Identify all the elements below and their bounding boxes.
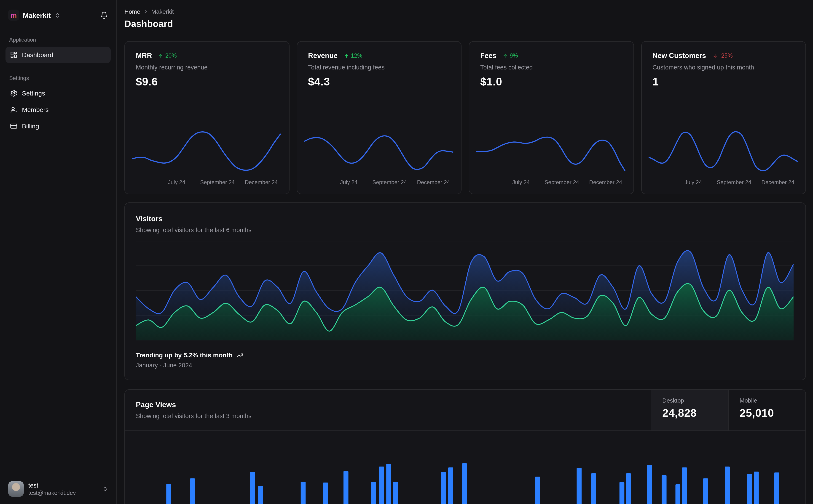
trend-badge: 12% (344, 53, 362, 59)
stat-card-new-customers: New Customers -25% Customers who signed … (641, 41, 806, 194)
page-views-header: Page Views Showing total visitors for th… (125, 390, 805, 431)
visitors-subtitle: Showing total visitors for the last 6 mo… (136, 227, 794, 233)
nav-section-application: Application (9, 37, 107, 43)
sparkline-x-axis: July 24 September 24 December 24 (131, 179, 283, 186)
user-email: test@makerkit.dev (28, 490, 76, 496)
arrow-up-icon (344, 53, 349, 58)
stat-value: $1.0 (480, 75, 622, 88)
stat-description: Monthly recurring revenue (136, 64, 278, 71)
sidebar-item-label: Members (22, 106, 49, 113)
stat-description: Total revenue including fees (308, 64, 450, 71)
makerkit-logo: m (8, 10, 19, 21)
sidebar-item-label: Settings (22, 90, 45, 97)
sidebar-item-members[interactable]: Members (5, 101, 111, 118)
stat-description: Total fees collected (480, 64, 622, 71)
chevron-right-icon (143, 9, 148, 14)
stat-card-fees: Fees 9% Total fees collected $1.0 July 2… (469, 41, 634, 194)
credit-card-icon (10, 122, 17, 130)
sparkline-x-axis: July 24 September 24 December 24 (476, 179, 627, 186)
trend-badge: 20% (158, 53, 177, 59)
visitors-title: Visitors (136, 215, 794, 223)
visitors-trend: Trending up by 5.2% this month (136, 351, 794, 359)
x-tick: September 24 (717, 179, 751, 186)
x-tick: September 24 (372, 179, 407, 186)
stat-title: Revenue (308, 52, 338, 60)
new-customers-sparkline-chart (648, 123, 799, 175)
user-avatar (8, 481, 24, 497)
stat-card-revenue: Revenue 12% Total revenue including fees… (297, 41, 461, 194)
trending-up-icon (236, 352, 243, 358)
x-tick: December 24 (417, 179, 450, 186)
stat-value: 1 (653, 75, 794, 88)
stat-title: New Customers (653, 52, 706, 60)
arrow-up-icon (503, 53, 508, 58)
sidebar-item-billing[interactable]: Billing (5, 118, 111, 134)
layout-dashboard-icon (10, 51, 17, 58)
gear-icon (10, 90, 17, 97)
stat-value: $9.6 (136, 75, 278, 88)
user-menu[interactable]: test test@makerkit.dev (5, 478, 111, 499)
sparkline-x-axis: July 24 September 24 December 24 (648, 179, 799, 186)
page-views-title: Page Views (136, 401, 640, 409)
arrow-down-icon (712, 53, 717, 58)
page-views-subtitle: Showing total visitors for the last 3 mo… (136, 413, 640, 419)
fees-sparkline-chart (476, 123, 627, 175)
breadcrumb: Home Makerkit (124, 7, 806, 16)
trend-badge: -25% (712, 53, 733, 59)
x-tick: July 24 (512, 179, 530, 186)
chevrons-up-down-icon (102, 486, 108, 492)
workspace-name: Makerkit (23, 11, 51, 19)
revenue-sparkline-chart (304, 123, 455, 175)
breadcrumb-home-link[interactable]: Home (124, 8, 140, 15)
stat-cards-row: MRR 20% Monthly recurring revenue $9.6 J… (124, 41, 806, 194)
nav-section-settings: Settings (9, 75, 107, 81)
x-tick: September 24 (544, 179, 579, 186)
x-tick: September 24 (200, 179, 235, 186)
visitors-card: Visitors Showing total visitors for the … (124, 202, 806, 380)
x-tick: July 24 (168, 179, 185, 186)
stat-title: Fees (480, 52, 496, 60)
mobile-label: Mobile (740, 397, 805, 404)
notifications-bell-button[interactable] (100, 11, 108, 19)
app-window: m Makerkit Application Dashboard Setting… (0, 0, 813, 504)
stat-value: $4.3 (308, 75, 450, 88)
toggle-desktop[interactable]: Desktop 24,828 (651, 390, 728, 430)
sparkline-x-axis: July 24 September 24 December 24 (304, 179, 455, 186)
page-views-card: Page Views Showing total visitors for th… (124, 389, 806, 504)
users-icon (10, 106, 17, 113)
desktop-label: Desktop (662, 397, 728, 404)
x-tick: July 24 (340, 179, 357, 186)
page-title: Dashboard (124, 19, 806, 29)
arrow-up-icon (158, 53, 163, 58)
sidebar-item-label: Billing (22, 122, 39, 130)
sidebar-item-label: Dashboard (22, 51, 53, 58)
sidebar: m Makerkit Application Dashboard Setting… (0, 0, 117, 504)
trend-badge: 9% (503, 53, 518, 59)
main-content: Home Makerkit Dashboard MRR 20% Mon (117, 0, 813, 504)
workspace-selector[interactable]: m Makerkit (5, 6, 111, 23)
sidebar-item-dashboard[interactable]: Dashboard (5, 47, 111, 63)
bell-icon (100, 11, 108, 19)
mrr-sparkline-chart (131, 123, 283, 175)
chevrons-up-down-icon (54, 12, 60, 18)
visitors-area-chart (136, 241, 794, 340)
x-tick: December 24 (589, 179, 622, 186)
sidebar-item-settings[interactable]: Settings (5, 85, 111, 101)
stat-card-mrr: MRR 20% Monthly recurring revenue $9.6 J… (124, 41, 289, 194)
mobile-value: 25,010 (740, 407, 805, 419)
page-views-bar-chart (136, 431, 794, 504)
visitors-range: January - June 2024 (136, 362, 794, 369)
desktop-value: 24,828 (662, 407, 728, 419)
breadcrumb-current: Makerkit (151, 8, 173, 15)
stat-title: MRR (136, 52, 152, 60)
stat-description: Customers who signed up this month (653, 64, 794, 71)
user-name: test (28, 482, 76, 489)
x-tick: December 24 (245, 179, 278, 186)
toggle-mobile[interactable]: Mobile 25,010 (728, 390, 805, 430)
x-tick: December 24 (761, 179, 794, 186)
x-tick: July 24 (685, 179, 702, 186)
